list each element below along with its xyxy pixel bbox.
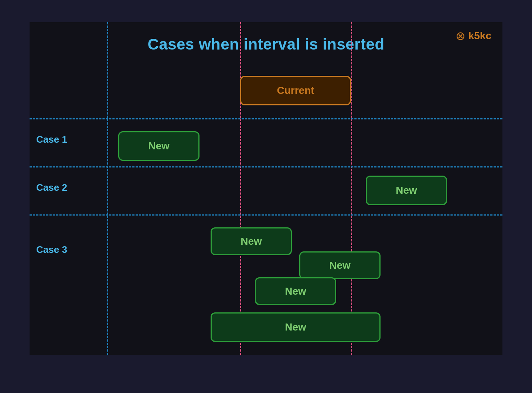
new-box-case3d: New xyxy=(211,312,381,342)
case-2-label: Case 2 xyxy=(36,182,67,193)
hline-1 xyxy=(30,118,502,119)
vline-1 xyxy=(107,22,108,355)
logo-text: k5kc xyxy=(468,30,491,42)
case-1-label: Case 1 xyxy=(36,134,67,145)
vline-pink-right xyxy=(351,22,352,355)
vline-pink-left xyxy=(240,22,241,355)
logo: ⊗ k5kc xyxy=(456,29,491,43)
new-box-case1: New xyxy=(118,131,200,161)
new-box-case3b: New xyxy=(299,251,381,279)
case-3-label: Case 3 xyxy=(36,244,67,255)
new-box-case2: New xyxy=(366,176,447,205)
new-box-case3a: New xyxy=(211,227,292,255)
hline-3 xyxy=(30,214,502,216)
page-title: Cases when interval is inserted xyxy=(30,22,502,61)
logo-icon: ⊗ xyxy=(456,29,466,43)
hline-2 xyxy=(30,166,502,167)
new-box-case3c: New xyxy=(255,277,336,305)
current-box: Current xyxy=(240,76,351,105)
